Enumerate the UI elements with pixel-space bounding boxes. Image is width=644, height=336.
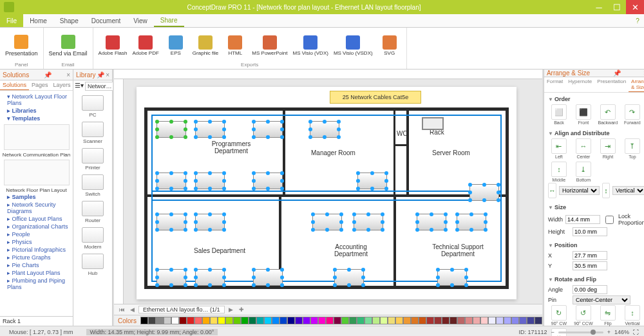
color-swatch[interactable] <box>310 317 318 324</box>
angle-input[interactable] <box>573 285 607 294</box>
device-16[interactable] <box>334 269 364 286</box>
color-swatch[interactable] <box>527 317 535 324</box>
color-swatch[interactable] <box>403 317 411 324</box>
layers-tab[interactable]: Layers <box>51 80 73 90</box>
sheet-add[interactable]: ✚ <box>238 306 245 313</box>
tab-shape[interactable]: Shape <box>53 14 85 27</box>
sheet-next[interactable]: ▶ <box>227 306 235 313</box>
zoom-slider[interactable] <box>558 331 603 333</box>
dist-vert[interactable]: Vertical <box>612 186 644 195</box>
color-swatch[interactable] <box>388 317 395 324</box>
color-swatch[interactable] <box>303 317 310 324</box>
node-samples[interactable]: ▸ Samples <box>2 193 71 201</box>
device-9[interactable] <box>156 214 186 230</box>
device-13[interactable] <box>253 269 283 286</box>
solutions-pin-icon[interactable]: 📌 <box>44 71 52 79</box>
export-1[interactable]: Adobe PDF <box>131 29 160 62</box>
solutions-tab[interactable]: Solutions <box>0 80 29 90</box>
color-swatch[interactable] <box>450 317 457 324</box>
color-swatch[interactable] <box>326 317 334 324</box>
rot-ccw[interactable]: ↺ <box>576 305 591 321</box>
device-15[interactable] <box>354 214 383 230</box>
zoom-fit[interactable]: ⛶ <box>633 329 639 335</box>
color-swatch[interactable] <box>434 317 442 324</box>
color-swatch[interactable] <box>535 317 542 324</box>
color-swatch[interactable] <box>148 317 156 324</box>
align-center[interactable]: ↔ <box>576 138 591 154</box>
tab-view[interactable]: View <box>127 14 154 27</box>
color-swatch[interactable] <box>194 317 202 324</box>
close-button[interactable]: ✕ <box>626 0 644 14</box>
color-swatch[interactable] <box>272 317 279 324</box>
color-swatch[interactable] <box>365 317 372 324</box>
minimize-button[interactable]: ─ <box>590 0 608 14</box>
color-swatch[interactable] <box>488 317 496 324</box>
color-swatch[interactable] <box>519 317 527 324</box>
align-top[interactable]: ⤒ <box>625 138 640 154</box>
file-menu[interactable]: File <box>0 14 23 27</box>
ptab-arrange[interactable]: Arrange & Size <box>629 77 644 92</box>
device-11[interactable] <box>156 269 186 286</box>
color-swatch[interactable] <box>171 317 179 324</box>
color-swatch[interactable] <box>457 317 465 324</box>
color-swatch[interactable] <box>419 317 426 324</box>
color-swatch[interactable] <box>357 317 365 324</box>
ptab-format[interactable]: Format <box>544 77 565 92</box>
color-swatch[interactable] <box>295 317 303 324</box>
color-swatch[interactable] <box>233 317 241 324</box>
color-swatch[interactable] <box>318 317 326 324</box>
device-2[interactable] <box>253 121 283 138</box>
align-left[interactable]: ⇤ <box>551 138 567 154</box>
device-8[interactable] <box>469 184 499 201</box>
lib-item-scanner[interactable]: Scanner <box>73 122 112 144</box>
color-swatch[interactable] <box>249 317 256 324</box>
lib-item-printer[interactable]: Printer <box>73 148 112 171</box>
sol-link-5[interactable]: ▸ Pictorial Infographics <box>2 246 71 254</box>
export-7[interactable]: MS Visio (VSDX) <box>332 29 374 62</box>
library-menu-icon[interactable]: ☰▾ <box>75 82 84 91</box>
sol-link-6[interactable]: ▸ Picture Graphs <box>2 254 71 261</box>
props-pin-icon[interactable]: 📌 <box>613 70 621 77</box>
color-swatch[interactable] <box>395 317 403 324</box>
flip-v[interactable]: ↕ <box>625 305 640 321</box>
flip[interactable]: ⇋ <box>600 305 616 321</box>
height-input[interactable] <box>573 227 607 236</box>
align-middle[interactable]: ↕ <box>551 162 567 177</box>
device-5[interactable] <box>253 173 283 189</box>
color-swatch[interactable] <box>179 317 187 324</box>
sheet-prev[interactable]: ◀ <box>128 306 136 313</box>
dist-vert-icon[interactable]: ↕ <box>602 183 610 198</box>
color-swatch[interactable] <box>210 317 218 324</box>
sol-link-9[interactable]: ▸ Plumbing and Piping Plans <box>2 277 71 291</box>
color-swatch[interactable] <box>480 317 488 324</box>
rack-shape[interactable] <box>422 117 444 130</box>
align-right[interactable]: ⇥ <box>600 138 616 154</box>
maximize-button[interactable]: ☐ <box>608 0 626 14</box>
order-back[interactable]: ⬜ <box>551 104 567 120</box>
sol-link-2[interactable]: ▸ Organizational Charts <box>2 223 71 230</box>
device-4[interactable] <box>195 173 225 189</box>
color-swatch[interactable] <box>279 317 287 324</box>
order-forward[interactable]: ↷ <box>625 104 640 120</box>
sheet-first[interactable]: ⏮ <box>118 306 126 313</box>
device-6[interactable] <box>310 121 339 138</box>
sol-link-1[interactable]: ▸ Office Layout Plans <box>2 215 71 223</box>
color-swatch[interactable] <box>411 317 419 324</box>
color-swatch[interactable] <box>264 317 272 324</box>
tab-home[interactable]: Home <box>23 14 53 27</box>
color-swatch[interactable] <box>511 317 519 324</box>
template-thumb-1[interactable] <box>4 124 70 150</box>
sol-link-4[interactable]: ▸ Physics <box>2 238 71 246</box>
export-3[interactable]: Graphic file <box>191 29 220 62</box>
node-nlfp[interactable]: ▾ Network Layout Floor Plans <box>2 93 71 107</box>
color-swatch[interactable] <box>380 317 388 324</box>
align-bottom[interactable]: ⤓ <box>576 162 591 177</box>
ptab-hypernote[interactable]: Hypernote <box>565 77 594 92</box>
export-4[interactable]: HTML <box>222 29 248 62</box>
device-18[interactable] <box>457 214 486 230</box>
color-swatch[interactable] <box>256 317 264 324</box>
presentation-button[interactable]: Presentation <box>4 29 39 62</box>
color-swatch[interactable] <box>164 317 171 324</box>
zoom-out[interactable]: − <box>551 329 554 335</box>
pin-select[interactable]: Center-Center <box>573 295 630 304</box>
